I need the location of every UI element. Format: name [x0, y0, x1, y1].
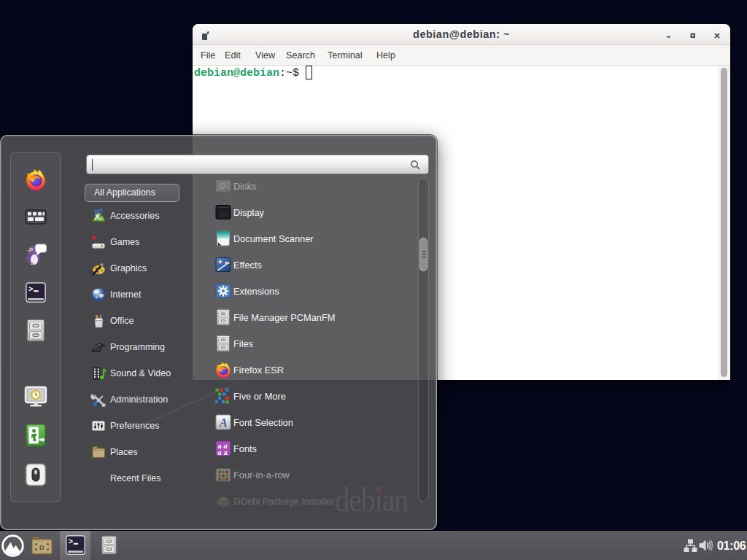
svg-text:D: D — [39, 544, 44, 551]
svg-text:a: a — [218, 448, 222, 456]
svg-text:a: a — [224, 448, 228, 456]
svg-text:A: A — [219, 416, 228, 429]
